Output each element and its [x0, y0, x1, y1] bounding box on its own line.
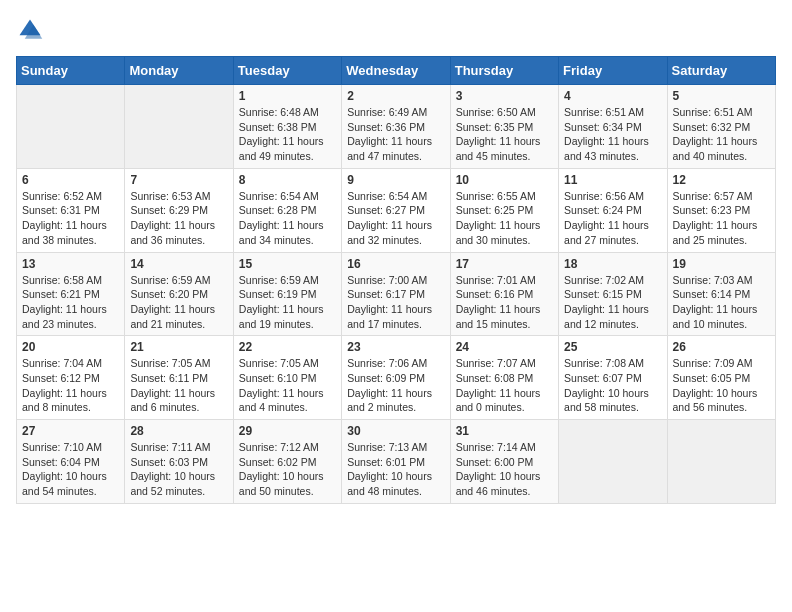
page-header — [16, 16, 776, 44]
cell-day-number: 16 — [347, 257, 444, 271]
calendar-cell: 14Sunrise: 6:59 AMSunset: 6:20 PMDayligh… — [125, 252, 233, 336]
weekday-header: Sunday — [17, 57, 125, 85]
cell-info: Sunrise: 6:51 AMSunset: 6:32 PMDaylight:… — [673, 105, 770, 164]
calendar-cell: 19Sunrise: 7:03 AMSunset: 6:14 PMDayligh… — [667, 252, 775, 336]
calendar-cell: 8Sunrise: 6:54 AMSunset: 6:28 PMDaylight… — [233, 168, 341, 252]
cell-day-number: 26 — [673, 340, 770, 354]
calendar-cell: 4Sunrise: 6:51 AMSunset: 6:34 PMDaylight… — [559, 85, 667, 169]
cell-day-number: 12 — [673, 173, 770, 187]
calendar-cell — [125, 85, 233, 169]
calendar-cell: 13Sunrise: 6:58 AMSunset: 6:21 PMDayligh… — [17, 252, 125, 336]
cell-info: Sunrise: 6:51 AMSunset: 6:34 PMDaylight:… — [564, 105, 661, 164]
cell-day-number: 17 — [456, 257, 553, 271]
calendar-cell — [17, 85, 125, 169]
cell-day-number: 14 — [130, 257, 227, 271]
calendar-cell: 20Sunrise: 7:04 AMSunset: 6:12 PMDayligh… — [17, 336, 125, 420]
cell-info: Sunrise: 7:03 AMSunset: 6:14 PMDaylight:… — [673, 273, 770, 332]
calendar-week-row: 6Sunrise: 6:52 AMSunset: 6:31 PMDaylight… — [17, 168, 776, 252]
calendar-cell: 17Sunrise: 7:01 AMSunset: 6:16 PMDayligh… — [450, 252, 558, 336]
cell-info: Sunrise: 6:54 AMSunset: 6:27 PMDaylight:… — [347, 189, 444, 248]
cell-info: Sunrise: 6:59 AMSunset: 6:20 PMDaylight:… — [130, 273, 227, 332]
cell-day-number: 13 — [22, 257, 119, 271]
calendar-cell: 15Sunrise: 6:59 AMSunset: 6:19 PMDayligh… — [233, 252, 341, 336]
cell-info: Sunrise: 7:02 AMSunset: 6:15 PMDaylight:… — [564, 273, 661, 332]
cell-day-number: 19 — [673, 257, 770, 271]
cell-info: Sunrise: 6:58 AMSunset: 6:21 PMDaylight:… — [22, 273, 119, 332]
calendar-cell: 31Sunrise: 7:14 AMSunset: 6:00 PMDayligh… — [450, 420, 558, 504]
calendar-cell: 29Sunrise: 7:12 AMSunset: 6:02 PMDayligh… — [233, 420, 341, 504]
weekday-header: Friday — [559, 57, 667, 85]
weekday-header: Thursday — [450, 57, 558, 85]
cell-day-number: 18 — [564, 257, 661, 271]
cell-day-number: 30 — [347, 424, 444, 438]
cell-info: Sunrise: 7:01 AMSunset: 6:16 PMDaylight:… — [456, 273, 553, 332]
cell-day-number: 20 — [22, 340, 119, 354]
weekday-header: Wednesday — [342, 57, 450, 85]
cell-day-number: 5 — [673, 89, 770, 103]
calendar-cell: 11Sunrise: 6:56 AMSunset: 6:24 PMDayligh… — [559, 168, 667, 252]
cell-day-number: 3 — [456, 89, 553, 103]
calendar-cell: 21Sunrise: 7:05 AMSunset: 6:11 PMDayligh… — [125, 336, 233, 420]
cell-info: Sunrise: 7:13 AMSunset: 6:01 PMDaylight:… — [347, 440, 444, 499]
cell-info: Sunrise: 7:14 AMSunset: 6:00 PMDaylight:… — [456, 440, 553, 499]
calendar-table: SundayMondayTuesdayWednesdayThursdayFrid… — [16, 56, 776, 504]
cell-info: Sunrise: 6:55 AMSunset: 6:25 PMDaylight:… — [456, 189, 553, 248]
cell-day-number: 7 — [130, 173, 227, 187]
cell-info: Sunrise: 6:50 AMSunset: 6:35 PMDaylight:… — [456, 105, 553, 164]
cell-day-number: 6 — [22, 173, 119, 187]
cell-info: Sunrise: 7:06 AMSunset: 6:09 PMDaylight:… — [347, 356, 444, 415]
calendar-cell: 24Sunrise: 7:07 AMSunset: 6:08 PMDayligh… — [450, 336, 558, 420]
calendar-cell: 23Sunrise: 7:06 AMSunset: 6:09 PMDayligh… — [342, 336, 450, 420]
cell-info: Sunrise: 6:59 AMSunset: 6:19 PMDaylight:… — [239, 273, 336, 332]
cell-info: Sunrise: 6:48 AMSunset: 6:38 PMDaylight:… — [239, 105, 336, 164]
cell-info: Sunrise: 6:54 AMSunset: 6:28 PMDaylight:… — [239, 189, 336, 248]
logo-icon — [16, 16, 44, 44]
cell-day-number: 10 — [456, 173, 553, 187]
calendar-cell: 3Sunrise: 6:50 AMSunset: 6:35 PMDaylight… — [450, 85, 558, 169]
calendar-cell: 12Sunrise: 6:57 AMSunset: 6:23 PMDayligh… — [667, 168, 775, 252]
calendar-cell: 6Sunrise: 6:52 AMSunset: 6:31 PMDaylight… — [17, 168, 125, 252]
cell-day-number: 4 — [564, 89, 661, 103]
calendar-week-row: 1Sunrise: 6:48 AMSunset: 6:38 PMDaylight… — [17, 85, 776, 169]
cell-info: Sunrise: 6:52 AMSunset: 6:31 PMDaylight:… — [22, 189, 119, 248]
calendar-week-row: 20Sunrise: 7:04 AMSunset: 6:12 PMDayligh… — [17, 336, 776, 420]
cell-info: Sunrise: 7:11 AMSunset: 6:03 PMDaylight:… — [130, 440, 227, 499]
calendar-cell: 2Sunrise: 6:49 AMSunset: 6:36 PMDaylight… — [342, 85, 450, 169]
cell-info: Sunrise: 7:00 AMSunset: 6:17 PMDaylight:… — [347, 273, 444, 332]
cell-day-number: 8 — [239, 173, 336, 187]
calendar-week-row: 13Sunrise: 6:58 AMSunset: 6:21 PMDayligh… — [17, 252, 776, 336]
cell-info: Sunrise: 6:57 AMSunset: 6:23 PMDaylight:… — [673, 189, 770, 248]
cell-day-number: 21 — [130, 340, 227, 354]
cell-info: Sunrise: 7:05 AMSunset: 6:11 PMDaylight:… — [130, 356, 227, 415]
logo — [16, 16, 48, 44]
calendar-cell: 1Sunrise: 6:48 AMSunset: 6:38 PMDaylight… — [233, 85, 341, 169]
cell-day-number: 1 — [239, 89, 336, 103]
calendar-cell: 10Sunrise: 6:55 AMSunset: 6:25 PMDayligh… — [450, 168, 558, 252]
cell-info: Sunrise: 6:49 AMSunset: 6:36 PMDaylight:… — [347, 105, 444, 164]
cell-info: Sunrise: 7:08 AMSunset: 6:07 PMDaylight:… — [564, 356, 661, 415]
cell-day-number: 28 — [130, 424, 227, 438]
cell-info: Sunrise: 7:10 AMSunset: 6:04 PMDaylight:… — [22, 440, 119, 499]
cell-info: Sunrise: 7:05 AMSunset: 6:10 PMDaylight:… — [239, 356, 336, 415]
calendar-cell: 16Sunrise: 7:00 AMSunset: 6:17 PMDayligh… — [342, 252, 450, 336]
calendar-cell: 18Sunrise: 7:02 AMSunset: 6:15 PMDayligh… — [559, 252, 667, 336]
cell-day-number: 31 — [456, 424, 553, 438]
calendar-cell — [667, 420, 775, 504]
calendar-cell: 26Sunrise: 7:09 AMSunset: 6:05 PMDayligh… — [667, 336, 775, 420]
cell-day-number: 2 — [347, 89, 444, 103]
calendar-cell: 28Sunrise: 7:11 AMSunset: 6:03 PMDayligh… — [125, 420, 233, 504]
cell-day-number: 25 — [564, 340, 661, 354]
weekday-header: Monday — [125, 57, 233, 85]
calendar-header-row: SundayMondayTuesdayWednesdayThursdayFrid… — [17, 57, 776, 85]
calendar-cell: 22Sunrise: 7:05 AMSunset: 6:10 PMDayligh… — [233, 336, 341, 420]
calendar-cell: 5Sunrise: 6:51 AMSunset: 6:32 PMDaylight… — [667, 85, 775, 169]
calendar-cell: 7Sunrise: 6:53 AMSunset: 6:29 PMDaylight… — [125, 168, 233, 252]
cell-info: Sunrise: 6:56 AMSunset: 6:24 PMDaylight:… — [564, 189, 661, 248]
calendar-week-row: 27Sunrise: 7:10 AMSunset: 6:04 PMDayligh… — [17, 420, 776, 504]
calendar-cell: 25Sunrise: 7:08 AMSunset: 6:07 PMDayligh… — [559, 336, 667, 420]
cell-info: Sunrise: 7:12 AMSunset: 6:02 PMDaylight:… — [239, 440, 336, 499]
weekday-header: Tuesday — [233, 57, 341, 85]
cell-info: Sunrise: 7:07 AMSunset: 6:08 PMDaylight:… — [456, 356, 553, 415]
cell-info: Sunrise: 6:53 AMSunset: 6:29 PMDaylight:… — [130, 189, 227, 248]
cell-day-number: 24 — [456, 340, 553, 354]
